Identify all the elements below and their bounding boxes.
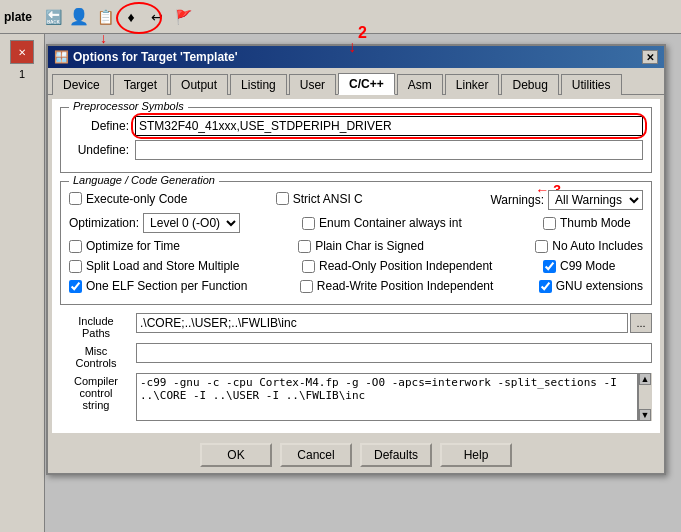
toolbar-btn-diamond[interactable]: ♦ bbox=[119, 5, 143, 29]
preprocessor-group: Preprocessor Symbols Define: ← 3 Undefin… bbox=[60, 107, 652, 173]
tab-listing[interactable]: Listing bbox=[230, 74, 287, 95]
c99-checkbox[interactable] bbox=[543, 260, 556, 273]
dialog-buttons: OK Cancel Defaults Help bbox=[48, 437, 664, 473]
execute-only-checkbox[interactable] bbox=[69, 192, 82, 205]
defaults-button[interactable]: Defaults bbox=[360, 443, 432, 467]
execute-only-row: Execute-only Code bbox=[69, 192, 276, 206]
browse-button[interactable]: ... bbox=[630, 313, 652, 333]
include-paths-row: Include Paths ... bbox=[60, 313, 652, 339]
top-bar: plate 🔙 👤 📋 ♦ ↩ 🚩 ↓ bbox=[0, 0, 681, 34]
define-label: Define: bbox=[69, 119, 129, 133]
ok-button[interactable]: OK bbox=[200, 443, 272, 467]
undefine-row: Undefine: bbox=[69, 140, 643, 160]
scroll-down[interactable]: ▼ bbox=[639, 409, 651, 421]
plain-char-row: Plain Char is Signed bbox=[298, 239, 527, 253]
tab-linker[interactable]: Linker bbox=[445, 74, 500, 95]
tab-utilities[interactable]: Utilities bbox=[561, 74, 622, 95]
toolbar-btn-arrow[interactable]: ↩ bbox=[145, 5, 169, 29]
left-panel: ✕ 1 bbox=[0, 34, 45, 532]
compiler-textarea[interactable]: -c99 -gnu -c -cpu Cortex-M4.fp -g -O0 -a… bbox=[136, 373, 638, 421]
read-write-label: Read-Write Position Independent bbox=[317, 279, 494, 293]
plain-char-label: Plain Char is Signed bbox=[315, 239, 424, 253]
dialog-content: Preprocessor Symbols Define: ← 3 Undefin… bbox=[52, 99, 660, 433]
strict-ansi-checkbox[interactable] bbox=[276, 192, 289, 205]
compiler-label: Compiler control string bbox=[60, 375, 132, 411]
language-group-title: Language / Code Generation bbox=[69, 174, 219, 186]
read-write-checkbox[interactable] bbox=[300, 280, 313, 293]
enum-container-label: Enum Container always int bbox=[319, 216, 462, 230]
misc-label: Misc Controls bbox=[60, 345, 132, 369]
read-only-label: Read-Only Position Independent bbox=[319, 259, 492, 273]
strict-ansi-label: Strict ANSI C bbox=[293, 192, 363, 206]
tab-output[interactable]: Output bbox=[170, 74, 228, 95]
preprocessor-group-title: Preprocessor Symbols bbox=[69, 100, 188, 112]
optimize-time-label: Optimize for Time bbox=[86, 239, 180, 253]
gnu-label: GNU extensions bbox=[556, 279, 643, 293]
compiler-textarea-wrapper: -c99 -gnu -c -cpu Cortex-M4.fp -g -O0 -a… bbox=[136, 373, 652, 421]
include-paths-input[interactable] bbox=[136, 313, 628, 333]
one-elf-label: One ELF Section per Function bbox=[86, 279, 247, 293]
include-paths-label: Include Paths bbox=[60, 315, 132, 339]
toolbar-btn-person[interactable]: 👤 bbox=[67, 5, 91, 29]
optimization-select[interactable]: Level 0 (-O0) Level 1 (-O1) Level 2 (-O2… bbox=[143, 213, 240, 233]
tab-asm[interactable]: Asm bbox=[397, 74, 443, 95]
left-panel-number: 1 bbox=[0, 68, 44, 80]
left-panel-close[interactable]: ✕ bbox=[10, 40, 34, 64]
scroll-up[interactable]: ▲ bbox=[639, 373, 651, 385]
warnings-label: Warnings: bbox=[490, 193, 544, 207]
thumb-mode-label: Thumb Mode bbox=[560, 216, 631, 230]
optimize-time-row: Optimize for Time bbox=[69, 239, 298, 253]
optimization-label: Optimization: bbox=[69, 216, 139, 230]
tab-target[interactable]: Target bbox=[113, 74, 168, 95]
toolbar-btn-flag[interactable]: 🚩 bbox=[171, 5, 195, 29]
help-button[interactable]: Help bbox=[440, 443, 512, 467]
tab-debug[interactable]: Debug bbox=[501, 74, 558, 95]
optimization-row: Optimization: Level 0 (-O0) Level 1 (-O1… bbox=[69, 213, 302, 233]
define-row: Define: ← 3 bbox=[69, 116, 643, 136]
no-auto-checkbox[interactable] bbox=[535, 240, 548, 253]
gnu-checkbox[interactable] bbox=[539, 280, 552, 293]
cancel-button[interactable]: Cancel bbox=[280, 443, 352, 467]
split-load-row: Split Load and Store Multiple bbox=[69, 259, 302, 273]
one-elf-checkbox[interactable] bbox=[69, 280, 82, 293]
tab-device[interactable]: Device bbox=[52, 74, 111, 95]
one-elf-row: One ELF Section per Function bbox=[69, 279, 300, 293]
execute-only-label: Execute-only Code bbox=[86, 192, 187, 206]
c99-label: C99 Mode bbox=[560, 259, 615, 273]
misc-input[interactable] bbox=[136, 343, 652, 363]
toolbar-btn-copy[interactable]: 📋 bbox=[93, 5, 117, 29]
dialog-titlebar: 🪟 Options for Target 'Template' ✕ bbox=[48, 46, 664, 68]
top-bar-title: plate bbox=[4, 10, 32, 24]
gnu-row: GNU extensions bbox=[539, 279, 643, 293]
language-group: Language / Code Generation Execute-only … bbox=[60, 181, 652, 305]
dialog-close-button[interactable]: ✕ bbox=[642, 50, 658, 64]
compiler-control-row: Compiler control string -c99 -gnu -c -cp… bbox=[60, 373, 652, 421]
toolbar-btn-1[interactable]: 🔙 bbox=[41, 5, 65, 29]
enum-container-checkbox[interactable] bbox=[302, 217, 315, 230]
warnings-select[interactable]: All Warnings No Warnings bbox=[548, 190, 643, 210]
plain-char-checkbox[interactable] bbox=[298, 240, 311, 253]
strict-ansi-row: Strict ANSI C bbox=[276, 192, 483, 206]
no-auto-label: No Auto Includes bbox=[552, 239, 643, 253]
thumb-mode-row: Thumb Mode bbox=[543, 216, 643, 230]
thumb-mode-checkbox[interactable] bbox=[543, 217, 556, 230]
split-load-label: Split Load and Store Multiple bbox=[86, 259, 239, 273]
tab-bar: Device Target Output Listing User C/C++ … bbox=[48, 68, 664, 95]
c99-row: C99 Mode bbox=[543, 259, 643, 273]
tab-user[interactable]: User bbox=[289, 74, 336, 95]
undefine-label: Undefine: bbox=[69, 143, 129, 157]
undefine-input[interactable] bbox=[135, 140, 643, 160]
dialog-title: Options for Target 'Template' bbox=[73, 50, 642, 64]
define-input[interactable] bbox=[135, 116, 643, 136]
split-load-checkbox[interactable] bbox=[69, 260, 82, 273]
optimize-time-checkbox[interactable] bbox=[69, 240, 82, 253]
tab-cpp[interactable]: C/C++ bbox=[338, 73, 395, 95]
no-auto-row: No Auto Includes bbox=[535, 239, 643, 253]
define-wrapper bbox=[135, 116, 643, 136]
dialog: 🪟 Options for Target 'Template' ✕ Device… bbox=[46, 44, 666, 475]
read-only-row: Read-Only Position Independent bbox=[302, 259, 535, 273]
misc-controls-row: Misc Controls bbox=[60, 343, 652, 369]
read-only-checkbox[interactable] bbox=[302, 260, 315, 273]
read-write-row: Read-Write Position Independent bbox=[300, 279, 531, 293]
enum-container-row: Enum Container always int bbox=[302, 216, 535, 230]
